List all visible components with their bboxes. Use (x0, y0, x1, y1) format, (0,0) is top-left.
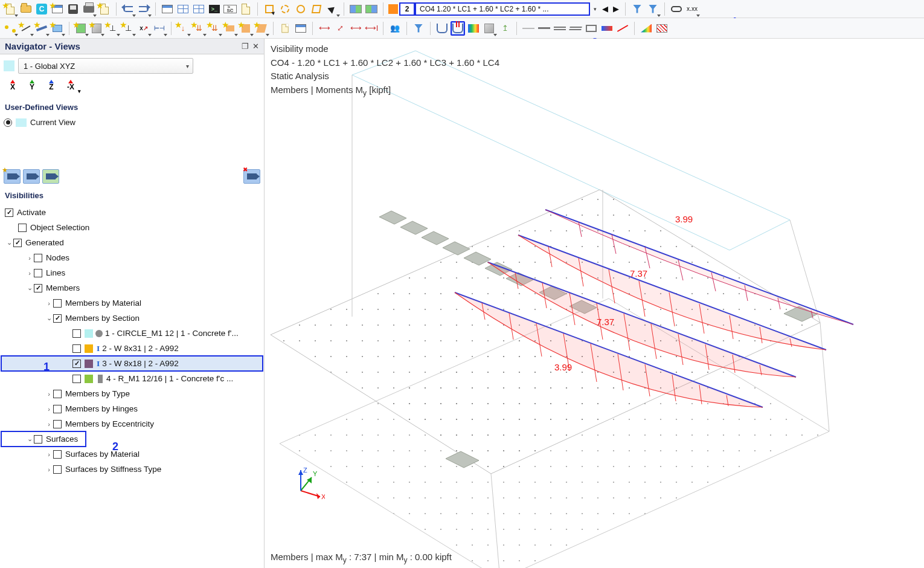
console-button[interactable]: >_ (207, 2, 222, 16)
filter-clear-button[interactable] (646, 2, 660, 16)
link-1-button[interactable] (348, 2, 363, 16)
view-x-button[interactable]: X (4, 80, 22, 94)
filter-button[interactable] (630, 2, 644, 16)
lines-checkbox[interactable] (34, 269, 42, 277)
line-tool-2[interactable] (537, 21, 551, 36)
model-viewport[interactable]: 3.99 7.37 7.37 3.99 Visibility mode CO4 … (265, 39, 924, 568)
global-deformations-button[interactable] (451, 21, 465, 36)
mbm-twist-icon[interactable]: › (45, 300, 53, 307)
camera-delete-button[interactable] (243, 169, 260, 184)
doc-button[interactable] (239, 2, 253, 16)
load-number-field[interactable]: 2 (399, 2, 415, 16)
render-button[interactable] (482, 21, 496, 36)
generated-checkbox[interactable] (13, 239, 22, 247)
coord-system-select[interactable]: 1 - Global XYZ▾ (18, 58, 193, 74)
pin-2-button[interactable]: ⊥★ (121, 21, 135, 36)
decimals-button[interactable]: x.xx (685, 2, 699, 16)
section-1-checkbox[interactable] (72, 329, 81, 338)
load-solid-button[interactable]: ★ (239, 21, 253, 36)
doc-small-button[interactable] (278, 21, 292, 36)
lines-twist-icon[interactable]: › (25, 269, 34, 277)
sbm-checkbox[interactable] (53, 450, 62, 459)
new-doc-2-button[interactable]: ★ (97, 2, 112, 16)
line-tool-4[interactable] (568, 21, 583, 36)
open-file-button[interactable] (19, 2, 33, 16)
node-new-button[interactable] (3, 21, 18, 36)
dim-2-button[interactable]: ⤢ (333, 21, 347, 36)
result-wire-button[interactable] (655, 21, 669, 36)
surfaces-checkbox[interactable] (34, 435, 42, 444)
result-colormap-button[interactable] (466, 21, 481, 36)
mbh-checkbox[interactable] (53, 405, 62, 413)
load-member-button[interactable]: ⇊★ (207, 21, 222, 36)
section-3-checkbox[interactable] (72, 360, 81, 368)
nodes-twist-icon[interactable]: › (25, 254, 34, 262)
script-button[interactable]: >_SC (223, 2, 237, 16)
line-tool-1[interactable] (521, 21, 536, 36)
load-combo-select[interactable]: CO4 1.20 * LC1 + 1.60 * LC2 + 1.60 * ... (415, 2, 590, 16)
mbe-checkbox[interactable] (53, 420, 62, 428)
load-free-button[interactable]: ★ (254, 21, 269, 36)
line-tool-3[interactable] (553, 21, 567, 36)
view-1-button[interactable] (160, 2, 175, 16)
next-load-button[interactable]: ▶ (611, 2, 621, 16)
print-button[interactable] (82, 2, 96, 16)
mbh-twist-icon[interactable]: › (45, 405, 53, 413)
select-window-button[interactable] (294, 2, 308, 16)
sbm-twist-icon[interactable]: › (45, 451, 53, 458)
window-button[interactable]: ★ (50, 2, 65, 16)
surface-new-button[interactable]: ★ (50, 21, 65, 36)
view-z-button[interactable]: Z (42, 80, 60, 94)
select-poly-button[interactable] (309, 2, 324, 16)
show-hide-button[interactable] (669, 2, 684, 16)
support-reactions-button[interactable] (435, 21, 449, 36)
solid-new-button[interactable]: ★ (74, 21, 88, 36)
mbs-twist-icon[interactable]: ⌄ (45, 314, 53, 322)
surfaces-twist-icon[interactable]: ⌄ (25, 435, 34, 443)
close-panel-icon[interactable]: ✕ (252, 42, 259, 51)
mbt-twist-icon[interactable]: › (45, 390, 53, 398)
save-button[interactable] (66, 2, 80, 16)
dim-4-button[interactable]: ⟷I (364, 21, 379, 36)
line-tool-6[interactable] (600, 21, 614, 36)
undo-button[interactable] (121, 2, 135, 16)
mbe-twist-icon[interactable]: › (45, 421, 53, 428)
members-twist-icon[interactable]: ⌄ (25, 284, 34, 292)
section-3-row[interactable]: I 3 - W 8x18 | 2 - A992 (1, 356, 263, 371)
load-combo-dropdown-icon[interactable]: ▾ (590, 2, 600, 16)
mbt-checkbox[interactable] (53, 390, 62, 398)
detach-icon[interactable]: ❐ (242, 42, 249, 51)
line-tool-5[interactable] (584, 21, 598, 36)
cloud-button[interactable]: C (34, 2, 49, 16)
view-y-button[interactable]: Y (23, 80, 41, 94)
members-checkbox[interactable] (34, 284, 42, 292)
table-1-button[interactable] (176, 2, 190, 16)
section-4-checkbox[interactable] (72, 375, 81, 383)
cursor-button[interactable] (325, 2, 339, 16)
table-2-button[interactable] (191, 2, 206, 16)
camera-2-button[interactable] (23, 169, 40, 184)
line-new-button[interactable]: ★ (19, 21, 33, 36)
opening-new-button[interactable]: ★ (89, 21, 104, 36)
sbs-checkbox[interactable] (53, 465, 62, 474)
prev-load-button[interactable]: ◀ (600, 2, 610, 16)
dim-button[interactable]: ⊢⊣ (152, 21, 167, 36)
local-axis-button[interactable]: x↗ (136, 21, 151, 36)
view-neg-x-button[interactable]: -X▾ (62, 80, 80, 94)
redo-button[interactable] (136, 2, 151, 16)
load-node-button[interactable]: ↓★ (176, 21, 190, 36)
dim-3-button[interactable]: ⟷ (348, 21, 363, 36)
load-area-button[interactable]: ★ (223, 21, 237, 36)
link-2-button[interactable] (364, 2, 379, 16)
mbm-checkbox[interactable] (53, 299, 62, 308)
dim-1-button[interactable]: ⟷ (317, 21, 332, 36)
activate-checkbox[interactable] (5, 208, 13, 217)
select-rect-button[interactable] (262, 2, 277, 16)
up-arrow-button[interactable]: ↥ (498, 21, 512, 36)
current-view-radio[interactable]: Current View (0, 115, 264, 129)
result-grad-button[interactable] (639, 21, 653, 36)
camera-3-button[interactable] (42, 169, 59, 184)
pin-1-button[interactable]: ⊥★ (105, 21, 120, 36)
select-lasso-button[interactable] (278, 2, 292, 16)
object-selection-checkbox[interactable] (18, 224, 27, 232)
